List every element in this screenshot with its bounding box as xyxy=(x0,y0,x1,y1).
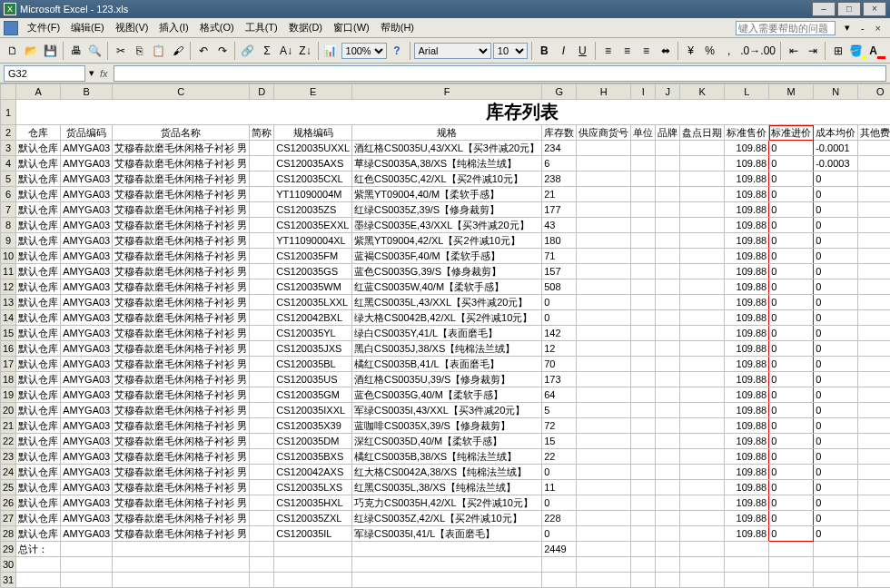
cell[interactable]: 0 xyxy=(769,156,814,172)
cell[interactable] xyxy=(631,156,656,172)
cell[interactable]: CS120035IL xyxy=(274,526,352,542)
cell[interactable]: 0 xyxy=(769,141,814,156)
cell[interactable]: AMYGA03 xyxy=(61,172,113,187)
font-size-select[interactable]: 10 xyxy=(493,43,528,59)
row-header[interactable]: 25 xyxy=(1,480,16,495)
cell[interactable] xyxy=(858,387,890,403)
cell[interactable]: AMYGA03 xyxy=(61,526,113,542)
close-button[interactable]: × xyxy=(863,2,886,16)
cell[interactable] xyxy=(250,434,274,449)
cell[interactable] xyxy=(631,233,656,249)
cell[interactable]: 默认仓库 xyxy=(16,480,61,495)
cell[interactable]: AMYGA03 xyxy=(61,249,113,264)
cell[interactable]: 109.88 xyxy=(725,387,769,403)
cell[interactable] xyxy=(631,480,656,495)
cell[interactable] xyxy=(858,233,890,249)
cell[interactable] xyxy=(858,511,890,526)
cell[interactable] xyxy=(577,326,631,341)
cell[interactable] xyxy=(858,372,890,387)
cell[interactable]: 酒红格CS0035U,43/XXL【买3件减20元】 xyxy=(352,141,542,156)
cell[interactable]: 109.88 xyxy=(725,465,769,480)
row-header[interactable]: 4 xyxy=(1,156,16,172)
cell[interactable]: CS120035BXS xyxy=(274,449,352,465)
menu-window[interactable]: 窗口(W) xyxy=(328,21,375,34)
row-header[interactable]: 27 xyxy=(1,511,16,526)
cell[interactable]: 艾穆春款磨毛休闲格子衬衫 男 xyxy=(113,403,250,418)
cell[interactable] xyxy=(680,418,725,434)
cell[interactable]: 0 xyxy=(814,418,858,434)
cell[interactable]: 0 xyxy=(814,372,858,387)
cell[interactable] xyxy=(250,387,274,403)
cell[interactable] xyxy=(656,403,680,418)
cell[interactable] xyxy=(656,279,680,295)
col-header-E[interactable]: E xyxy=(274,84,352,100)
cell[interactable] xyxy=(250,233,274,249)
cell[interactable]: 109.88 xyxy=(725,141,769,156)
cell[interactable] xyxy=(16,573,61,588)
cell[interactable]: 黑白CS0035J,38/XS【纯棉法兰绒】 xyxy=(352,341,542,357)
cell[interactable]: 紫黑YT09004,40/M【柔软手感】 xyxy=(352,187,542,202)
cell[interactable] xyxy=(656,387,680,403)
cell[interactable] xyxy=(631,418,656,434)
cell[interactable]: 红大格CS0042A,38/XS【纯棉法兰绒】 xyxy=(352,465,542,480)
cell[interactable] xyxy=(656,372,680,387)
cell[interactable] xyxy=(656,449,680,465)
col-header-J[interactable]: J xyxy=(656,84,680,100)
bold-button[interactable]: B xyxy=(536,42,553,60)
cell[interactable]: 默认仓库 xyxy=(16,156,61,172)
cell[interactable] xyxy=(250,403,274,418)
hyperlink-button[interactable]: 🔗 xyxy=(239,42,256,60)
cell[interactable]: CS120035WM xyxy=(274,279,352,295)
cell[interactable] xyxy=(61,542,113,557)
cell[interactable]: 默认仓库 xyxy=(16,341,61,357)
cell[interactable] xyxy=(858,557,890,573)
cell[interactable]: 109.88 xyxy=(725,264,769,279)
cell[interactable]: 默认仓库 xyxy=(16,218,61,233)
cell[interactable] xyxy=(858,249,890,264)
cell[interactable]: 默认仓库 xyxy=(16,434,61,449)
cell[interactable] xyxy=(250,141,274,156)
cell[interactable]: 177 xyxy=(542,202,577,218)
cell[interactable]: 0 xyxy=(769,526,814,542)
cell[interactable]: 0 xyxy=(769,449,814,465)
maximize-button[interactable]: □ xyxy=(837,2,861,16)
cell[interactable] xyxy=(542,557,577,573)
cell[interactable] xyxy=(680,279,725,295)
row-header[interactable]: 29 xyxy=(1,542,16,557)
cell[interactable]: 默认仓库 xyxy=(16,495,61,511)
cell[interactable] xyxy=(113,542,250,557)
cell[interactable]: 蓝褐CS0035F,40/M【柔软手感】 xyxy=(352,249,542,264)
cell[interactable]: CS120035BL xyxy=(274,357,352,372)
cell[interactable] xyxy=(656,557,680,573)
cell[interactable] xyxy=(577,511,631,526)
cell[interactable]: 109.88 xyxy=(725,156,769,172)
cell[interactable]: 艾穆春款磨毛休闲格子衬衫 男 xyxy=(113,357,250,372)
cell[interactable]: 43 xyxy=(542,218,577,233)
cell[interactable] xyxy=(577,465,631,480)
cell[interactable]: 艾穆春款磨毛休闲格子衬衫 男 xyxy=(113,249,250,264)
cell[interactable] xyxy=(680,480,725,495)
cell[interactable] xyxy=(656,187,680,202)
cell[interactable]: AMYGA03 xyxy=(61,264,113,279)
cell[interactable] xyxy=(680,526,725,542)
cell[interactable] xyxy=(680,341,725,357)
underline-button[interactable]: U xyxy=(574,42,591,60)
increase-decimal-button[interactable]: .0→ xyxy=(739,42,757,60)
menu-edit[interactable]: 编辑(E) xyxy=(65,21,110,34)
col-header-K[interactable]: K xyxy=(680,84,725,100)
cell[interactable]: 11 xyxy=(542,480,577,495)
cell[interactable] xyxy=(680,449,725,465)
cell[interactable]: 蓝色CS0035G,40/M【柔软手感】 xyxy=(352,387,542,403)
row-header[interactable]: 11 xyxy=(1,264,16,279)
cell[interactable]: 0 xyxy=(769,495,814,511)
row-header[interactable]: 30 xyxy=(1,557,16,573)
cell[interactable] xyxy=(656,480,680,495)
borders-button[interactable]: ⊞ xyxy=(829,42,846,60)
cell[interactable]: CS120035ZXL xyxy=(274,511,352,526)
cell[interactable] xyxy=(250,357,274,372)
cell[interactable]: 默认仓库 xyxy=(16,357,61,372)
cell[interactable]: 默认仓库 xyxy=(16,187,61,202)
col-header-A[interactable]: A xyxy=(16,84,61,100)
row-header[interactable]: 9 xyxy=(1,233,16,249)
cell[interactable] xyxy=(250,172,274,187)
